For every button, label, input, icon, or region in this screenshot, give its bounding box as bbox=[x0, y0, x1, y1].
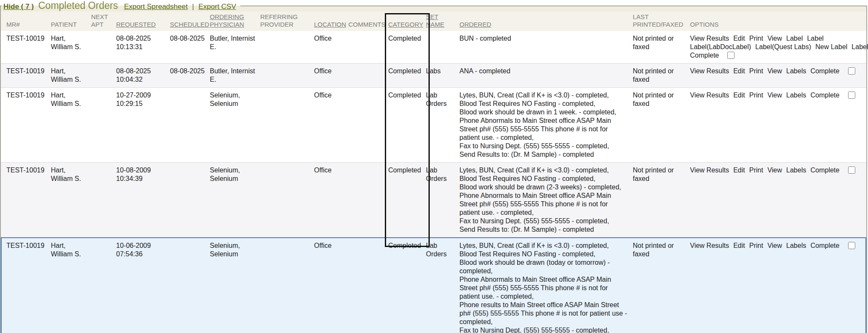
column-header-location[interactable]: LOCATION bbox=[314, 21, 348, 28]
cell-set_name: Labs bbox=[426, 64, 459, 87]
option-complete-link[interactable]: Complete bbox=[810, 166, 839, 174]
option-edit-link[interactable]: Edit bbox=[733, 92, 745, 99]
export-csv-link[interactable]: Export CSV bbox=[198, 3, 236, 11]
options-line: View ResultsEditPrintViewLabelLabel bbox=[690, 34, 862, 43]
option-complete-link[interactable]: Complete bbox=[810, 92, 839, 99]
option-view-results-link[interactable]: View Results bbox=[690, 67, 729, 75]
option-complete-link[interactable]: Complete bbox=[810, 242, 839, 249]
column-header-requested[interactable]: REQUESTED bbox=[116, 21, 170, 28]
cell-mr: TEST-10019 bbox=[6, 88, 51, 162]
column-header-set_name[interactable]: SET NAME bbox=[426, 13, 459, 28]
ordered-item: Fax to Nursing Dept. (555) 555-5555 - co… bbox=[459, 217, 629, 225]
column-header-scheduled[interactable]: SCHEDULED bbox=[170, 21, 210, 28]
option-edit-link[interactable]: Edit bbox=[733, 242, 745, 249]
table-body: TEST-10019Hart, William S.08-08-2025 10:… bbox=[1, 31, 866, 333]
cell-options: View ResultsEditPrintViewLabelsComplete bbox=[690, 88, 865, 162]
option-view-results-link[interactable]: View Results bbox=[690, 35, 729, 42]
ordered-item: Lytes, BUN, Creat (Call if K+ is <3.0) -… bbox=[459, 241, 629, 250]
option-label-link[interactable]: Label bbox=[786, 35, 803, 42]
complete-checkbox[interactable] bbox=[848, 92, 855, 99]
ordered-item: Blood work should be drawn in 1 week. - … bbox=[459, 108, 629, 117]
option-edit-link[interactable]: Edit bbox=[733, 67, 745, 75]
option-print-link[interactable]: Print bbox=[749, 92, 763, 99]
option-labels-link[interactable]: Labels bbox=[786, 92, 806, 99]
option-edit-link[interactable]: Edit bbox=[733, 35, 745, 42]
cell-ordered: Lytes, BUN, Creat (Call if K+ is <3.0) -… bbox=[459, 163, 633, 237]
option-complete-link[interactable]: Complete bbox=[810, 67, 839, 75]
table-row[interactable]: TEST-10019Hart, William S.08-08-2025 10:… bbox=[1, 63, 866, 87]
table-row[interactable]: TEST-10019Hart, William S.10-27-2009 10:… bbox=[1, 87, 866, 162]
ordered-item: Blood Test Requires NO Fasting - complet… bbox=[459, 100, 629, 108]
cell-referring bbox=[260, 163, 314, 237]
cell-last_printed: Not printed or faxed bbox=[633, 88, 690, 162]
option-view-link[interactable]: View bbox=[768, 35, 782, 42]
ordered-item: Blood Test Requires NO Fasting - complet… bbox=[459, 175, 629, 183]
ordered-item: Blood work should be drawn (today or tom… bbox=[459, 258, 629, 275]
hide-link[interactable]: Hide ( 7 ) bbox=[3, 3, 34, 11]
option-print-link[interactable]: Print bbox=[749, 67, 763, 75]
option-view-link[interactable]: View bbox=[768, 166, 782, 174]
cell-comments bbox=[348, 31, 388, 63]
cell-patient: Hart, William S. bbox=[51, 163, 91, 237]
cell-patient: Hart, William S. bbox=[51, 64, 91, 87]
page-title: Completed Orders bbox=[38, 0, 118, 11]
option-labels-link[interactable]: Labels bbox=[786, 166, 806, 174]
option-view-link[interactable]: View bbox=[768, 67, 782, 75]
option-labels-link[interactable]: Labels bbox=[851, 43, 868, 50]
option-view-results-link[interactable]: View Results bbox=[690, 92, 729, 99]
completed-orders-panel: Hide ( 7 ) Completed Orders Export Sprea… bbox=[0, 0, 867, 333]
cell-scheduled bbox=[170, 238, 210, 333]
option-label-link[interactable]: Label bbox=[807, 35, 823, 42]
ordered-item: Fax to Nursing Dept. (555) 555-5555 - co… bbox=[459, 326, 629, 333]
complete-checkbox[interactable] bbox=[727, 52, 734, 59]
column-header-physician[interactable]: ORDERING PHYSICIAN bbox=[210, 13, 260, 28]
complete-checkbox[interactable] bbox=[848, 242, 855, 249]
option-view-link[interactable]: View bbox=[768, 92, 782, 99]
option-print-link[interactable]: Print bbox=[749, 166, 763, 174]
cell-next_apt bbox=[91, 31, 116, 63]
cell-last_printed: Not printed or faxed bbox=[633, 64, 690, 87]
option-view-results-link[interactable]: View Results bbox=[690, 166, 729, 174]
table-row-selected[interactable]: TEST-10019Hart, William S.10-06-2009 07:… bbox=[1, 237, 866, 333]
cell-next_apt bbox=[91, 238, 116, 333]
cell-ordered: ANA - completed bbox=[459, 64, 633, 87]
option-labels-link[interactable]: Labels bbox=[786, 67, 806, 75]
cell-ordered: Lytes, BUN, Creat (Call if K+ is <3.0) -… bbox=[459, 238, 633, 333]
option-new-label-link[interactable]: New Label bbox=[815, 43, 848, 50]
export-spreadsheet-link[interactable]: Export Spreadsheet bbox=[124, 3, 188, 11]
table-row[interactable]: TEST-10019Hart, William S.08-08-2025 10:… bbox=[1, 31, 866, 63]
option-edit-link[interactable]: Edit bbox=[733, 166, 745, 174]
column-header-patient: PATIENT bbox=[51, 21, 91, 28]
cell-set_name: Lab Orders bbox=[426, 238, 459, 333]
cell-next_apt bbox=[91, 64, 116, 87]
option-labels-link[interactable]: Labels bbox=[786, 242, 806, 249]
ordered-item: Lytes, BUN, Creat (Call if K+ is <3.0) -… bbox=[459, 166, 629, 175]
option-label-labdoclabel--link[interactable]: Label(LabDocLabel) bbox=[690, 43, 751, 50]
option-complete-link[interactable]: Complete bbox=[690, 52, 719, 59]
option-view-results-link[interactable]: View Results bbox=[690, 242, 729, 249]
panel-legend: Hide ( 7 ) Completed Orders Export Sprea… bbox=[2, 0, 240, 11]
option-print-link[interactable]: Print bbox=[749, 242, 763, 249]
cell-category: Completed bbox=[388, 163, 426, 237]
cell-location: Office bbox=[314, 163, 348, 237]
cell-options: View ResultsEditPrintViewLabelsComplete bbox=[690, 64, 865, 87]
column-header-comments: COMMENTS bbox=[348, 21, 388, 28]
option-label-quest-labs--link[interactable]: Label(Quest Labs) bbox=[755, 43, 811, 50]
cell-requested: 10-08-2009 10:34:39 bbox=[116, 163, 170, 237]
ordered-item: Send Results to: (Dr. M Sample) - comple… bbox=[459, 225, 629, 234]
cell-physician: Selenium, Selenium bbox=[210, 88, 260, 162]
column-header-ordered[interactable]: ORDERED bbox=[459, 21, 633, 28]
option-print-link[interactable]: Print bbox=[749, 35, 763, 42]
option-view-link[interactable]: View bbox=[768, 242, 782, 249]
cell-referring bbox=[260, 238, 314, 333]
cell-mr: TEST-10019 bbox=[6, 64, 51, 87]
ordered-item: BUN - completed bbox=[459, 34, 629, 43]
options-line: Label(LabDocLabel)Label(Quest Labs)New L… bbox=[690, 43, 862, 51]
table-row[interactable]: TEST-10019Hart, William S.10-08-2009 10:… bbox=[1, 162, 866, 237]
complete-checkbox[interactable] bbox=[848, 67, 855, 75]
cell-mr: TEST-10019 bbox=[6, 31, 51, 63]
complete-checkbox[interactable] bbox=[848, 166, 855, 174]
orders-table: MR#PATIENTNEXT APTREQUESTEDSCHEDULEDORDE… bbox=[1, 11, 866, 333]
column-header-category[interactable]: CATEGORY bbox=[388, 21, 426, 28]
column-header-next_apt: NEXT APT bbox=[91, 13, 116, 28]
